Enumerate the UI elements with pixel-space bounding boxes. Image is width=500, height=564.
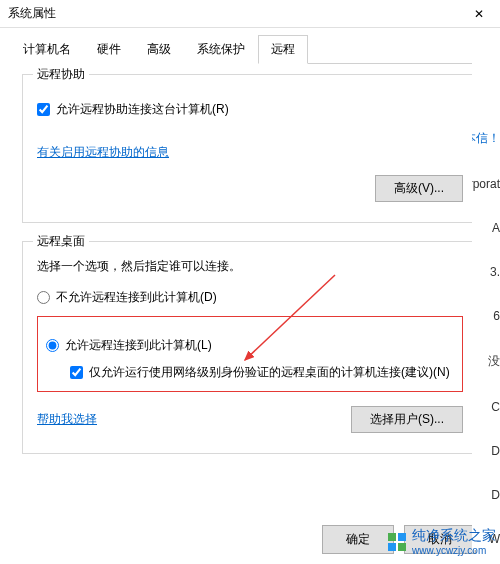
allow-remote-row[interactable]: 允许远程连接到此计算机(L) <box>46 337 454 354</box>
tab-system-protection[interactable]: 系统保护 <box>184 35 258 64</box>
watermark-brand: 纯净系统之家 <box>412 527 496 545</box>
close-icon[interactable]: ✕ <box>466 5 492 23</box>
watermark-logo-icon <box>388 533 406 551</box>
allow-remote-assistance-label: 允许远程协助连接这台计算机(R) <box>56 101 229 118</box>
bg-fragment: D <box>491 444 500 458</box>
advanced-button[interactable]: 高级(V)... <box>375 175 463 202</box>
annotation-highlight: 允许远程连接到此计算机(L) 仅允许运行使用网络级别身份验证的远程桌面的计算机连… <box>37 316 463 392</box>
watermark: 纯净系统之家 www.ycwzjy.com <box>388 527 496 556</box>
tab-computer-name[interactable]: 计算机名 <box>10 35 84 64</box>
remote-desktop-title: 远程桌面 <box>33 233 89 250</box>
allow-remote-assistance-checkbox[interactable] <box>37 103 50 116</box>
tab-remote[interactable]: 远程 <box>258 35 308 64</box>
allow-remote-radio[interactable] <box>46 339 59 352</box>
bg-fragment: D <box>491 488 500 502</box>
content-area: 远程协助 允许远程协助连接这台计算机(R) 有关启用远程协助的信息 高级(V).… <box>0 64 500 482</box>
watermark-url: www.ycwzjy.com <box>412 545 496 556</box>
tabs: 计算机名 硬件 高级 系统保护 远程 <box>10 34 490 64</box>
background-window-fragments: 本信！ orporat A 3. 6 没 C D D W <box>472 30 500 550</box>
bg-fragment: 没 <box>488 353 500 370</box>
allow-remote-assistance-row[interactable]: 允许远程协助连接这台计算机(R) <box>37 101 463 118</box>
select-users-button[interactable]: 选择用户(S)... <box>351 406 463 433</box>
bg-fragment: 6 <box>493 309 500 323</box>
ok-button[interactable]: 确定 <box>322 525 394 554</box>
nla-label: 仅允许运行使用网络级别身份验证的远程桌面的计算机连接(建议)(N) <box>89 364 450 381</box>
bg-fragment: 本信！ <box>472 130 500 147</box>
nla-row[interactable]: 仅允许运行使用网络级别身份验证的远程桌面的计算机连接(建议)(N) <box>70 364 454 381</box>
bg-fragment: 3. <box>490 265 500 279</box>
tab-hardware[interactable]: 硬件 <box>84 35 134 64</box>
remote-assistance-title: 远程协助 <box>33 66 89 83</box>
tab-advanced[interactable]: 高级 <box>134 35 184 64</box>
help-choose-link[interactable]: 帮助我选择 <box>37 411 97 428</box>
remote-desktop-description: 选择一个选项，然后指定谁可以连接。 <box>37 258 463 275</box>
bg-fragment: C <box>491 400 500 414</box>
nla-checkbox[interactable] <box>70 366 83 379</box>
remote-desktop-group: 远程桌面 选择一个选项，然后指定谁可以连接。 不允许远程连接到此计算机(D) 允… <box>22 241 478 454</box>
bg-fragment: A <box>492 221 500 235</box>
title-bar: 系统属性 ✕ <box>0 0 500 28</box>
remote-assistance-group: 远程协助 允许远程协助连接这台计算机(R) 有关启用远程协助的信息 高级(V).… <box>22 74 478 223</box>
disallow-remote-radio[interactable] <box>37 291 50 304</box>
bg-fragment: orporat <box>472 177 500 191</box>
remote-assistance-help-link[interactable]: 有关启用远程协助的信息 <box>37 144 169 161</box>
window-title: 系统属性 <box>8 5 56 22</box>
disallow-remote-row[interactable]: 不允许远程连接到此计算机(D) <box>37 289 463 306</box>
allow-remote-label: 允许远程连接到此计算机(L) <box>65 337 212 354</box>
disallow-remote-label: 不允许远程连接到此计算机(D) <box>56 289 217 306</box>
